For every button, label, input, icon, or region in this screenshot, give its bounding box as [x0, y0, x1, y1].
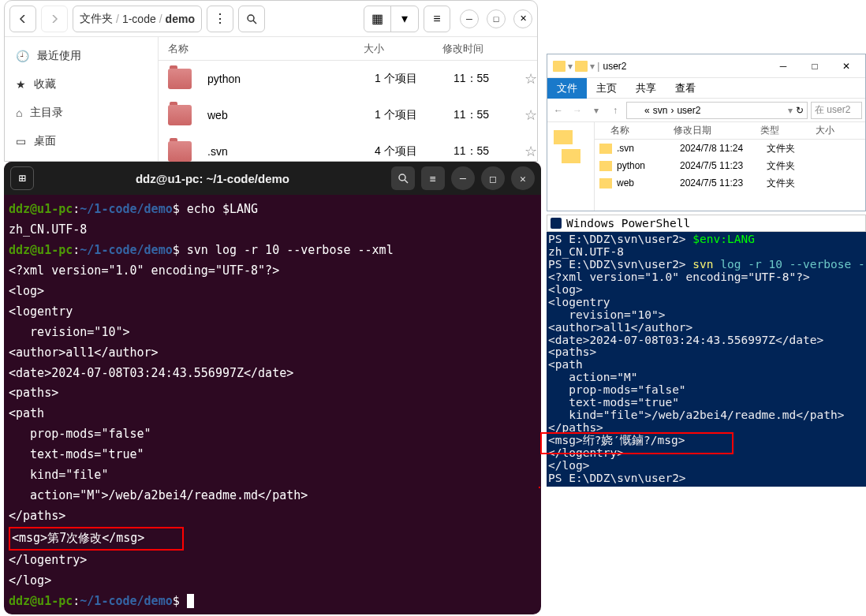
search-button[interactable] — [238, 6, 265, 32]
folder-icon[interactable] — [554, 130, 573, 144]
star-toggle[interactable]: ☆ — [524, 106, 537, 124]
star-icon: ★ — [16, 78, 26, 91]
view-toggle[interactable]: ▦ ▾ — [364, 6, 419, 32]
highlight-box — [539, 487, 540, 488]
fm-sidebar: 🕘最近使用 ★收藏 ⌂主目录 ▭桌面 — [5, 37, 159, 161]
highlight-box — [540, 432, 733, 454]
back-button[interactable] — [9, 6, 36, 32]
folder-icon — [575, 61, 588, 72]
terminal-titlebar: ⊞ ddz@u1-pc: ~/1-code/demo ≡ ─ □ ✕ — [4, 162, 541, 195]
breadcrumb[interactable]: 文件夹 / 1-code / demo — [73, 6, 202, 32]
ps-titlebar: Windows PowerShell — [547, 215, 866, 232]
new-tab-button[interactable]: ⊞ — [10, 166, 34, 190]
svg-point-0 — [248, 15, 254, 21]
col-name[interactable]: 名称 — [610, 124, 674, 137]
close-button[interactable]: ✕ — [513, 9, 532, 28]
hamburger-menu[interactable]: ≡ — [421, 166, 445, 190]
col-size[interactable]: 大小 — [816, 124, 855, 137]
col-date[interactable]: 修改时间 — [442, 42, 513, 56]
file-row[interactable]: .svn2024/7/8 11:24文件夹 — [595, 140, 865, 157]
powershell-icon — [551, 218, 562, 229]
terminal-window: ⊞ ddz@u1-pc: ~/1-code/demo ≡ ─ □ ✕ ddz@u… — [4, 162, 541, 614]
maximize-button[interactable]: □ — [799, 55, 831, 77]
crumb-root[interactable]: 文件夹 — [80, 12, 113, 26]
tab-file[interactable]: 文件 — [547, 78, 587, 99]
forward-button[interactable]: → — [569, 105, 585, 116]
star-toggle[interactable]: ☆ — [524, 143, 537, 160]
desktop-icon: ▭ — [16, 135, 26, 147]
tree-panel[interactable] — [547, 122, 595, 211]
up-button[interactable]: ↑ — [607, 105, 623, 116]
svg-point-2 — [399, 174, 405, 181]
search-button[interactable] — [391, 166, 415, 190]
crumb-2[interactable]: demo — [166, 13, 195, 25]
col-name[interactable]: 名称 — [159, 42, 356, 56]
hamburger-menu[interactable]: ≡ — [424, 6, 450, 32]
sidebar-item-recent[interactable]: 🕘最近使用 — [5, 42, 158, 70]
clock-icon: 🕘 — [16, 50, 29, 62]
folder-icon — [599, 178, 612, 189]
minimize-button[interactable]: ─ — [767, 55, 799, 77]
minimize-button[interactable]: ─ — [451, 166, 475, 190]
folder-icon — [553, 61, 566, 72]
chevron-down-icon[interactable]: ▾ — [588, 105, 604, 116]
ps-title: Windows PowerShell — [566, 217, 690, 230]
file-row[interactable]: python 1 个项目 11：55 ☆ — [159, 61, 537, 97]
fm-file-list: 名称 大小 修改时间 python 1 个项目 11：55 ☆ web 1 个项… — [159, 37, 537, 161]
col-date[interactable]: 修改日期 — [674, 124, 760, 137]
more-button[interactable]: ⋮ — [207, 6, 233, 32]
home-icon: ⌂ — [16, 106, 22, 119]
svg-line-1 — [253, 21, 256, 24]
search-input[interactable]: 在 user2 — [811, 102, 862, 119]
folder-icon — [630, 106, 641, 115]
back-button[interactable]: ← — [551, 105, 566, 116]
tab-share[interactable]: 共享 — [626, 78, 666, 99]
col-type[interactable]: 类型 — [760, 124, 816, 137]
explorer-window: ▾ ▾ | user2 ─ □ ✕ 文件 主页 共享 查看 ← → ▾ ↑ « … — [547, 54, 866, 211]
explorer-titlebar: ▾ ▾ | user2 ─ □ ✕ — [547, 54, 865, 78]
folder-icon — [168, 141, 192, 162]
forward-button[interactable] — [41, 6, 68, 32]
col-size[interactable]: 大小 — [364, 42, 442, 56]
refresh-icon[interactable]: ↻ — [796, 105, 804, 116]
ribbon: 文件 主页 共享 查看 — [547, 78, 865, 99]
crumb-1[interactable]: 1-code — [122, 13, 156, 25]
folder-icon — [599, 144, 612, 154]
grid-view-icon[interactable]: ▦ — [364, 6, 391, 32]
file-row[interactable]: web 1 个项目 11：55 ☆ — [159, 97, 537, 133]
tab-home[interactable]: 主页 — [587, 78, 626, 99]
terminal-body[interactable]: ddz@u1-pc:~/1-code/demo$ echo $LANG zh_C… — [4, 195, 541, 616]
folder-icon — [168, 105, 192, 125]
svg-line-3 — [405, 180, 408, 183]
folder-icon — [168, 69, 192, 89]
chevron-down-icon[interactable]: ▾ — [391, 6, 418, 32]
address-bar[interactable]: « svn › user2 ▾ ↻ — [626, 102, 808, 119]
minimize-button[interactable]: ─ — [460, 9, 479, 28]
fm-toolbar: 文件夹 / 1-code / demo ⋮ ▦ ▾ ≡ ─ □ ✕ — [5, 1, 537, 37]
file-manager-window: 文件夹 / 1-code / demo ⋮ ▦ ▾ ≡ ─ □ ✕ 🕘最近使用 … — [4, 0, 538, 162]
terminal-title: ddz@u1-pc: ~/1-code/demo — [40, 172, 385, 185]
folder-icon — [599, 161, 612, 171]
maximize-button[interactable]: □ — [487, 9, 506, 28]
close-button[interactable]: ✕ — [511, 166, 535, 190]
file-row[interactable]: python2024/7/5 11:23文件夹 — [595, 157, 865, 174]
sidebar-item-favorites[interactable]: ★收藏 — [5, 70, 158, 99]
file-list: 名称 修改日期 类型 大小 .svn2024/7/8 11:24文件夹 pyth… — [595, 122, 865, 211]
close-button[interactable]: ✕ — [831, 55, 862, 77]
maximize-button[interactable]: □ — [481, 166, 505, 190]
file-row[interactable]: web2024/7/5 11:23文件夹 — [595, 174, 865, 192]
sidebar-item-home[interactable]: ⌂主目录 — [5, 99, 158, 127]
window-title: user2 — [603, 61, 626, 72]
highlighted-msg: <msg>第7次修改</msg> — [9, 527, 184, 551]
sidebar-item-desktop[interactable]: ▭桌面 — [5, 127, 158, 155]
star-toggle[interactable]: ☆ — [524, 70, 537, 88]
nav-bar: ← → ▾ ↑ « svn › user2 ▾ ↻ 在 user2 — [547, 99, 865, 122]
folder-icon[interactable] — [562, 149, 580, 163]
tab-view[interactable]: 查看 — [666, 78, 705, 99]
